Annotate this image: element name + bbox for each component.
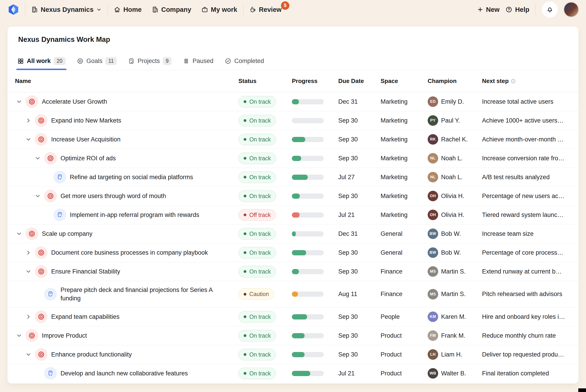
table-row[interactable]: Enhance product functionality On track S… — [8, 345, 578, 364]
row-name[interactable]: Scale up company — [42, 230, 92, 238]
table-row[interactable]: Document core business processes in comp… — [8, 243, 578, 262]
row-name[interactable]: Implement in-app referral program with r… — [70, 211, 199, 219]
nav-review[interactable]: Review 5 — [249, 6, 282, 14]
table-row[interactable]: Increase User Acquisition On track Sep 3… — [8, 130, 578, 149]
space[interactable]: Marketing — [381, 117, 428, 124]
champion-name: Emily D. — [441, 98, 464, 105]
review-count-badge: 5 — [281, 1, 289, 10]
chevron-down-icon[interactable] — [15, 332, 23, 339]
chevron-down-icon[interactable] — [24, 268, 33, 275]
col-progress[interactable]: Progress — [292, 78, 338, 84]
chevron-down-icon[interactable] — [34, 193, 42, 199]
tab-paused[interactable]: Paused — [183, 52, 213, 70]
chevron-down-icon[interactable] — [24, 351, 33, 358]
status-badge[interactable]: On track — [238, 190, 276, 202]
row-name[interactable]: Develop and launch new collaborative fea… — [61, 369, 188, 378]
workspace-name: Nexus Dynamics — [41, 6, 94, 14]
status-badge[interactable]: On track — [238, 247, 276, 258]
col-champion[interactable]: Champion — [428, 78, 482, 84]
workspace-switcher[interactable]: Nexus Dynamics — [31, 6, 102, 14]
space[interactable]: Marketing — [381, 212, 428, 218]
app-logo-icon[interactable] — [8, 4, 19, 15]
row-name[interactable]: Expand team capabilities — [51, 313, 120, 321]
chevron-down-icon[interactable] — [15, 98, 23, 105]
space[interactable]: General — [381, 230, 428, 238]
chevron-down-icon[interactable] — [15, 230, 23, 237]
status-badge[interactable]: Off track — [238, 209, 276, 221]
col-next-step[interactable]: Next step — [482, 78, 571, 84]
chevron-right-icon[interactable] — [24, 117, 33, 124]
col-name[interactable]: Name — [15, 78, 238, 84]
row-name[interactable]: Optimize ROI of ads — [61, 154, 116, 162]
row-name[interactable]: Increase User Acquisition — [51, 135, 121, 144]
table-row[interactable]: Develop and launch new collaborative fea… — [8, 364, 578, 383]
row-name[interactable]: Refine ad targeting on social media plat… — [70, 173, 193, 181]
space[interactable]: Marketing — [381, 155, 428, 162]
table-row[interactable]: Improve Product On track Sep 30 Product … — [8, 326, 578, 345]
status-badge[interactable]: On track — [238, 152, 276, 164]
space[interactable]: People — [381, 313, 428, 320]
nav-my-work[interactable]: My work — [201, 6, 237, 14]
status-badge[interactable]: On track — [238, 115, 276, 126]
space[interactable]: Finance — [381, 290, 428, 298]
champion-name: Liam H. — [441, 351, 462, 358]
col-due-date[interactable]: Due Date — [338, 78, 381, 84]
chevron-right-icon[interactable] — [24, 250, 33, 256]
tab-all-work[interactable]: All work 20 — [17, 52, 66, 70]
status-badge[interactable]: On track — [238, 349, 276, 360]
user-avatar[interactable] — [564, 2, 578, 16]
space[interactable]: General — [381, 249, 428, 256]
table-row[interactable]: Get more users through word of mouth On … — [8, 186, 578, 205]
status-badge[interactable]: On track — [238, 134, 276, 145]
due-date: Sep 30 — [338, 351, 381, 358]
chevron-down-icon[interactable] — [34, 155, 42, 162]
table-row[interactable]: Scale up company On track Dec 31 General… — [8, 224, 578, 243]
space[interactable]: Marketing — [381, 136, 428, 143]
table-row[interactable]: Implement in-app referral program with r… — [8, 205, 578, 224]
status-badge[interactable]: On track — [238, 330, 276, 342]
table-row[interactable]: Expand team capabilities On track Sep 30… — [8, 307, 578, 326]
tab-projects[interactable]: Projects 9 — [128, 52, 172, 70]
row-name[interactable]: Improve Product — [42, 332, 87, 340]
row-name[interactable]: Document core business processes in comp… — [51, 248, 208, 257]
row-name[interactable]: Ensure Financial Stability — [51, 268, 120, 276]
help-button[interactable]: Help — [505, 6, 529, 14]
space[interactable]: Marketing — [381, 98, 428, 105]
row-name[interactable]: Expand into New Markets — [51, 116, 121, 124]
row-name[interactable]: Accelerate User Growth — [42, 98, 107, 106]
nav-company[interactable]: Company — [152, 6, 191, 14]
chevron-right-icon[interactable] — [24, 314, 33, 320]
chevron-down-icon[interactable] — [24, 136, 33, 142]
notifications-button[interactable] — [541, 1, 558, 18]
status-badge[interactable]: On track — [238, 311, 276, 323]
table-row[interactable]: Optimize ROI of ads On track Sep 30 Mark… — [8, 149, 578, 168]
space[interactable]: Product — [381, 351, 428, 358]
row-name[interactable]: Enhance product functionality — [51, 350, 132, 358]
status-badge[interactable]: Caution — [238, 288, 274, 300]
table-row[interactable]: Accelerate User Growth On track Dec 31 M… — [8, 92, 578, 111]
status-badge[interactable]: On track — [238, 368, 276, 379]
space[interactable]: Product — [381, 332, 428, 339]
tab-completed[interactable]: Completed — [225, 52, 264, 70]
status-badge[interactable]: On track — [238, 266, 276, 278]
space[interactable]: Marketing — [381, 192, 428, 200]
nav-home[interactable]: Home — [114, 6, 142, 14]
table-row[interactable]: Prepare pitch deck and financial project… — [8, 281, 578, 307]
tab-goals[interactable]: Goals 11 — [77, 52, 117, 70]
status-badge[interactable]: On track — [238, 228, 276, 240]
space[interactable]: Marketing — [381, 174, 428, 181]
space[interactable]: Product — [381, 370, 428, 377]
row-name[interactable]: Prepare pitch deck and financial project… — [61, 286, 229, 302]
goal-icon — [44, 152, 57, 164]
table-row[interactable]: Expand into New Markets On track Sep 30 … — [8, 111, 578, 130]
space[interactable]: Finance — [381, 268, 428, 275]
new-button[interactable]: New — [477, 6, 500, 14]
table-row[interactable]: Refine ad targeting on social media plat… — [8, 168, 578, 186]
next-step: Extend runway at current b… — [482, 268, 571, 275]
col-status[interactable]: Status — [238, 78, 292, 84]
table-row[interactable]: Ensure Financial Stability On track Sep … — [8, 262, 578, 281]
status-badge[interactable]: On track — [238, 172, 276, 183]
col-space[interactable]: Space — [381, 78, 428, 84]
row-name[interactable]: Get more users through word of mouth — [61, 192, 166, 200]
status-badge[interactable]: On track — [238, 96, 276, 108]
